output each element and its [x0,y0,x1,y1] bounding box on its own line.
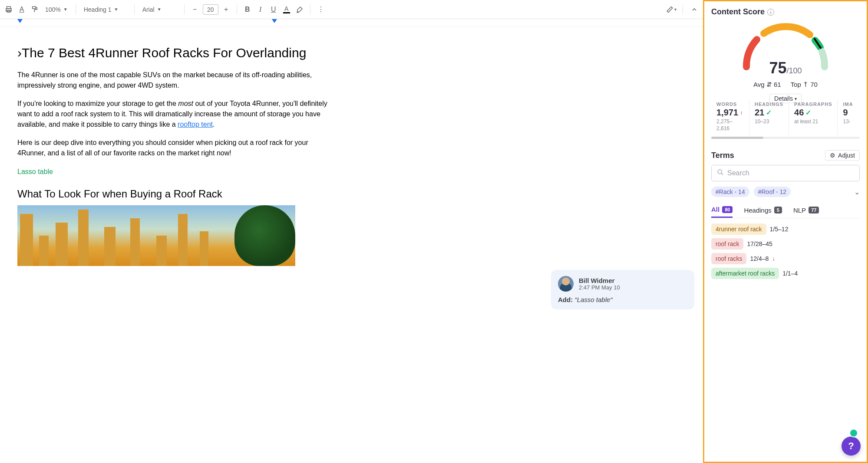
bold-button[interactable]: B [242,4,253,15]
collapse-toolbar-button[interactable] [689,4,700,15]
metrics-scrollbar[interactable] [711,137,860,139]
svg-point-5 [718,170,722,174]
content-score-sidebar: Content Score i 75/100 Avg ⇵ 61 Top ⤒ 70 [703,0,868,463]
metric-label: IMA [843,102,860,107]
ruler[interactable] [0,19,703,27]
font-select[interactable]: Arial▼ [140,4,179,15]
term-chip: roof racks [711,253,746,264]
help-label: ? [848,440,854,452]
terms-title: Terms [711,151,734,160]
search-input[interactable] [727,169,854,177]
italic-button[interactable]: I [255,4,266,15]
editing-mode-button[interactable]: ▾ [666,4,677,15]
zoom-value: 100% [45,6,61,13]
comment-label: Add: [558,296,573,303]
metrics-row[interactable]: WORDS 1,971↑ 2,275– 2,616 HEADINGS 21✓ 1… [711,99,860,135]
metric-range: at least 21 [794,118,832,125]
top-value: 70 [810,81,818,88]
search-icon [717,169,724,177]
tab-badge: 80 [722,206,733,213]
font-size-input[interactable]: 20 [203,4,218,15]
text-color-button[interactable]: A [281,4,292,15]
avatar [558,276,574,292]
term-count: 17/28–45 [747,240,772,247]
comment-card[interactable]: Bill Widmer 2:47 PM May 10 Add: "Lasso t… [551,270,694,309]
term-row[interactable]: aftermarket roof racks 1/1–4 [711,268,860,279]
term-chip: roof rack [711,238,743,250]
metric-range-2: 2,616 [716,125,744,131]
scrollbar-thumb[interactable] [711,137,763,139]
term-list: 4runner roof rack 1/5–12 roof rack 17/28… [711,223,860,279]
comment-quote: "Lasso table" [574,296,612,303]
content-score-title: Content Score i [711,7,860,16]
tab-headings[interactable]: Headings5 [744,207,782,217]
comment-time: 2:47 PM May 10 [579,284,620,291]
metric-value: 9 [843,108,848,118]
term-chip: 4runner roof rack [711,223,766,235]
zoom-select[interactable]: 100%▼ [43,4,70,15]
tab-nlp[interactable]: NLP77 [793,207,819,217]
metric-value: 21 [755,108,764,118]
expand-tags-button[interactable]: ⌄ [854,188,860,196]
metric-range: 10–23 [755,118,783,125]
highlight-button[interactable] [294,4,305,15]
style-value: Heading 1 [84,6,112,13]
separator [683,5,683,14]
style-select[interactable]: Heading 1▼ [81,4,129,15]
tag-rack[interactable]: #Rack - 14 [711,187,749,197]
paragraph-3[interactable]: Here is our deep dive into everything yo… [17,138,330,158]
decrease-font-button[interactable]: − [190,4,200,15]
p2-emphasis: most [178,100,193,107]
grammarly-icon[interactable] [849,429,858,437]
separator [76,5,76,14]
rooftop-tent-link[interactable]: rooftop tent [178,121,213,128]
tag-row: #Rack - 14 #Roof - 12 ⌄ [711,187,860,197]
term-row[interactable]: roof racks 12/4–8 ↓ [711,253,860,264]
lasso-table-note[interactable]: Lasso table [17,168,330,176]
help-button[interactable]: ? [842,437,861,456]
h1-text: The 7 Best 4Runner Roof Racks For Overla… [22,46,306,60]
paragraph-2[interactable]: If you're looking to maximize your stora… [17,99,330,130]
metric-paragraphs[interactable]: PARAGRAPHS 46✓ at least 21 [789,99,838,135]
doc-heading-2[interactable]: What To Look For when Buying a Roof Rack [17,188,330,200]
ruler-marker-left[interactable] [17,19,23,23]
tab-all[interactable]: All80 [711,206,733,218]
adjust-button[interactable]: ⚙Adjust [825,150,860,161]
doc-heading-1[interactable]: ›The 7 Best 4Runner Roof Racks For Overl… [17,44,330,62]
metric-headings[interactable]: HEADINGS 21✓ 10–23 [749,99,789,135]
more-button[interactable]: ⋮ [316,4,326,15]
tab-badge: 77 [809,207,819,213]
increase-font-button[interactable]: + [221,4,231,15]
metric-images[interactable]: IMA 9 13- [838,99,860,135]
top-icon: ⤒ [803,81,809,88]
term-row[interactable]: 4runner roof rack 1/5–12 [711,223,860,235]
terms-search[interactable] [711,165,860,181]
check-icon: ✓ [805,108,811,117]
tab-label: All [711,206,719,213]
info-icon[interactable]: i [767,9,774,16]
tab-label: NLP [793,207,806,214]
check-icon: ✓ [766,108,772,117]
print-icon[interactable] [3,4,14,15]
paragraph-1[interactable]: The 4Runner is one of the most capable S… [17,70,330,91]
up-arrow-icon: ↑ [740,109,743,116]
metric-value: 1,971 [716,108,738,118]
paint-format-icon[interactable] [30,4,40,15]
ruler-marker-right[interactable] [272,19,277,23]
adjust-label: Adjust [838,152,855,159]
score-gauge [733,19,838,71]
metric-words[interactable]: WORDS 1,971↑ 2,275– 2,616 [711,99,749,135]
term-row[interactable]: roof rack 17/28–45 [711,238,860,250]
spellcheck-icon[interactable]: A [17,4,27,15]
document-area[interactable]: ›The 7 Best 4Runner Roof Racks For Overl… [0,27,703,463]
doc-image[interactable] [17,205,295,266]
underline-button[interactable]: U [268,4,279,15]
p2-part-c: . [213,121,215,128]
toolbar: A 100%▼ Heading 1▼ Arial▼ − 20 + B I U A… [0,0,703,19]
separator [134,5,135,14]
avg-value: 61 [774,81,781,88]
term-count: 1/1–4 [782,270,798,277]
tag-roof[interactable]: #Roof - 12 [754,187,791,197]
comment-author: Bill Widmer [579,277,620,284]
font-size-value: 20 [207,6,214,13]
